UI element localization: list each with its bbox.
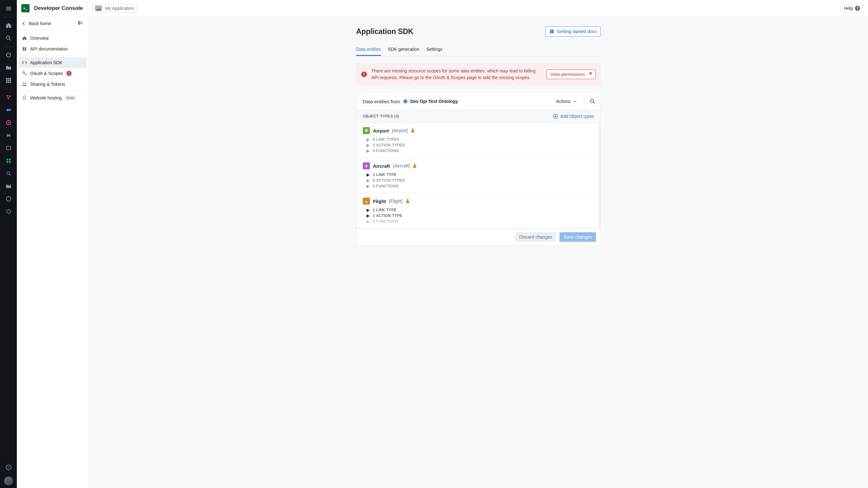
svg-point-15 [25, 83, 26, 84]
entity-sub-link-types[interactable]: ▶1 LINK TYPE [363, 208, 594, 212]
entity-row: Airport [Airport] ▶0 LINK TYPES ▶0 ACTIO… [356, 123, 600, 158]
warning-banner: ! There are missing resource scopes for … [356, 63, 601, 86]
entity-api-name: [Aircraft] [393, 163, 409, 169]
book-icon [22, 47, 27, 52]
folder-icon[interactable] [2, 62, 15, 74]
grid-icon[interactable] [2, 74, 15, 86]
entity-sub-link-types[interactable]: ▶1 LINK TYPE [363, 173, 594, 177]
svg-rect-6 [6, 158, 8, 160]
menu-icon[interactable] [2, 3, 15, 14]
history-icon[interactable] [2, 49, 15, 61]
home-icon [22, 36, 27, 41]
flask-icon [411, 128, 414, 133]
entity-sub-link-types[interactable]: ▶0 LINK TYPES [363, 137, 594, 142]
entity-name[interactable]: Airport [373, 128, 389, 133]
help-button[interactable]: Help ? [840, 4, 864, 13]
sidebar-item-sharing-tokens[interactable]: Sharing & Tokens [19, 79, 87, 90]
tabs: Data entities SDK generation Settings [356, 44, 601, 56]
chevron-down-icon [573, 100, 576, 103]
warning-text: There are missing resource scopes for so… [371, 68, 542, 81]
arrow-left-icon [21, 21, 26, 26]
svg-text:?: ? [7, 466, 9, 469]
docs-icon [549, 29, 554, 34]
tab-data-entities[interactable]: Data entities [356, 44, 381, 56]
svg-rect-9 [9, 161, 11, 163]
key-icon [22, 71, 27, 76]
route-icon [363, 197, 370, 205]
entity-name[interactable]: Flight [373, 199, 386, 204]
help-icon: ? [855, 6, 860, 11]
app-icon-10[interactable] [2, 206, 15, 218]
topbar: Developer Console My Application Help ? [17, 0, 868, 17]
plane-icon [363, 162, 370, 169]
current-app-chip[interactable]: My Application [92, 4, 136, 13]
external-link-icon [587, 72, 592, 77]
entity-row: Flight [Flight] ▶1 LINK TYPE ▶1 ACTION T… [356, 193, 600, 228]
plus-circle-icon [553, 114, 558, 119]
warning-icon: ! [361, 71, 367, 77]
app-icon-2[interactable] [2, 104, 15, 116]
flask-icon [406, 199, 409, 204]
console-logo-icon [21, 4, 30, 12]
entity-sub-functions[interactable]: ▶0 FUNCTIONS [363, 149, 594, 153]
entity-sub-functions[interactable]: ▶0 FUNCTIONS [363, 219, 594, 224]
svg-rect-8 [6, 161, 8, 163]
back-home-link[interactable]: Back home [21, 21, 70, 26]
getting-started-docs-button[interactable]: Getting started docs [545, 26, 601, 36]
save-changes-button[interactable]: Save changes [559, 232, 596, 242]
app-icon-9[interactable] [2, 193, 15, 205]
actions-dropdown[interactable]: Actions [554, 97, 579, 105]
entity-api-name: [Flight] [389, 199, 403, 204]
image-icon [95, 5, 102, 11]
sidebar-item-oauth-scopes[interactable]: OAuth & Scopes [19, 68, 87, 79]
entity-api-name: [Airport] [392, 128, 408, 133]
svg-rect-7 [9, 158, 11, 160]
rocket-icon [22, 95, 27, 100]
app-icon-3[interactable] [2, 117, 15, 129]
discard-changes-button[interactable]: Discard changes [515, 232, 556, 242]
sidebar-item-application-sdk[interactable]: Application SDK [19, 57, 87, 68]
home-icon[interactable] [2, 20, 15, 31]
entity-sub-action-types[interactable]: ▶0 ACTION TYPES [363, 178, 594, 183]
svg-point-16 [590, 99, 593, 102]
search-entities-button[interactable] [584, 93, 600, 110]
sidebar-item-api-docs[interactable]: API documentation [19, 43, 87, 54]
app-icon-5[interactable] [2, 142, 15, 154]
app-icon-8[interactable] [2, 180, 15, 192]
app-icon-7[interactable] [2, 167, 15, 180]
entity-sub-action-types[interactable]: ▶1 ACTION TYPE [363, 214, 594, 218]
view-permissions-button[interactable]: View permissions [547, 69, 596, 79]
app-icon-4[interactable] [2, 129, 15, 142]
sidebar-item-overview[interactable]: Overview [19, 33, 87, 43]
svg-point-4 [8, 122, 9, 124]
search-icon[interactable] [2, 32, 15, 44]
sidebar: Back home Overview API documentation [17, 17, 89, 488]
add-object-types-link[interactable]: Add Object types [553, 114, 594, 119]
tab-settings[interactable]: Settings [426, 44, 442, 56]
app-icon-6[interactable] [2, 155, 15, 167]
people-icon [22, 82, 27, 87]
app-icon-1[interactable] [2, 91, 15, 103]
search-icon [590, 98, 595, 104]
svg-point-10 [7, 172, 9, 175]
cube-icon [403, 99, 408, 104]
entities-card: Data entities from Dev Opi Test Ontology… [356, 92, 601, 246]
page-title: Application SDK [356, 27, 413, 36]
beta-badge: Beta [65, 96, 76, 100]
help-rail-icon[interactable]: ? [2, 461, 15, 474]
sidebar-item-website-hosting[interactable]: Website hosting Beta [19, 92, 87, 103]
entity-name[interactable]: Aircraft [373, 163, 390, 169]
entity-sub-action-types[interactable]: ▶0 ACTION TYPES [363, 143, 594, 147]
tab-sdk-generation[interactable]: SDK generation [388, 44, 420, 56]
console-title: Developer Console [34, 5, 83, 11]
content: Application SDK Getting started docs Dat… [89, 17, 868, 488]
entities-from-label: Data entities from [363, 99, 400, 104]
current-app-name: My Application [105, 6, 134, 11]
entity-row: Aircraft [Aircraft] ▶1 LINK TYPE ▶0 ACTI… [356, 158, 600, 193]
ontology-name: Dev Opi Test Ontology [410, 99, 458, 104]
avatar[interactable] [4, 477, 13, 485]
entity-sub-functions[interactable]: ▶0 FUNCTIONS [363, 184, 594, 188]
flask-icon [413, 163, 416, 169]
collapse-sidebar-icon[interactable] [76, 19, 84, 28]
left-rail: ? [0, 0, 17, 488]
